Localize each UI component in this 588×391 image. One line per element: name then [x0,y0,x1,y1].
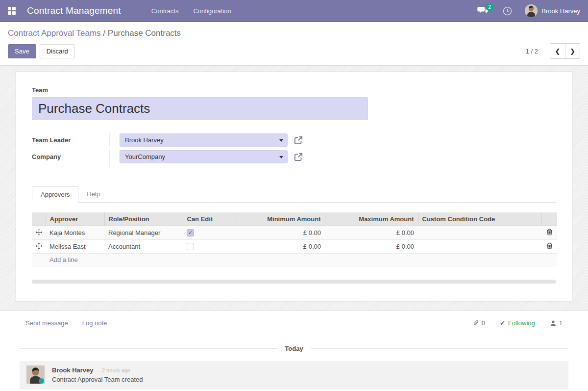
add-line-row: Add a line [32,254,557,266]
role-column-header[interactable]: Role/Position [104,212,183,226]
breadcrumb: Contract Approval Teams / Purchase Contr… [0,22,588,38]
followers-count: 1 [559,319,563,327]
can-edit-cell: ✓ [183,226,237,240]
team-name-input[interactable] [32,97,368,120]
breadcrumb-parent-link[interactable]: Contract Approval Teams [8,28,101,38]
team-leader-external-link-icon[interactable] [294,136,303,145]
form-field-group: Team Leader Brook Harvey Company YourCom… [32,133,556,167]
user-avatar [525,4,538,17]
chatter-message: Brook Harvey - 2 hours ago Contract Appr… [20,361,568,389]
chatter-right-controls: 0 ✔ Following 1 [473,319,563,327]
pager-previous-button[interactable]: ❮ [550,44,565,58]
messages-icon[interactable]: 2 [477,6,489,15]
discard-button[interactable]: Discard [40,44,75,58]
horizontal-scrollbar[interactable] [32,280,556,284]
menu-configuration[interactable]: Configuration [193,7,231,15]
add-a-line-link[interactable]: Add a line [49,256,78,263]
user-menu[interactable]: Brook Harvey [525,4,580,17]
team-leader-select[interactable]: Brook Harvey [120,133,288,147]
date-divider-label: Today [285,345,303,352]
condition-code-cell[interactable] [418,240,541,254]
team-field-label: Team [32,86,556,94]
messages-count-badge: 2 [486,3,493,11]
condition-code-cell[interactable] [418,226,541,240]
condition-code-column-header[interactable]: Custom Condition Code [418,212,541,226]
breadcrumb-separator: / [101,28,108,38]
control-panel: Contract Approval Teams / Purchase Contr… [0,22,588,66]
approver-cell[interactable]: Kaja Montes [46,226,104,240]
following-button[interactable]: ✔ Following [500,319,535,327]
attachments-button[interactable]: 0 [473,319,485,327]
form-background: Team Team Leader Brook Harvey Company [0,66,588,311]
message-content: Brook Harvey - 2 hours ago Contract Appr… [52,365,143,383]
min-amount-cell[interactable]: £ 0.00 [237,226,325,240]
attachments-count: 0 [482,319,485,327]
user-name: Brook Harvey [541,7,580,15]
apps-menu-icon[interactable] [8,7,16,15]
followers-button[interactable]: 1 [550,319,563,327]
tab-help[interactable]: Help [78,186,108,203]
drag-handle-icon[interactable] [32,226,46,240]
min-amount-column-header[interactable]: Minimum Amount [237,212,325,226]
min-amount-cell[interactable]: £ 0.00 [237,240,325,254]
company-select[interactable]: YourCompany [120,150,288,163]
approver-cell[interactable]: Melissa East [46,240,104,254]
menu-contracts[interactable]: Contracts [151,7,179,15]
delete-row-cell [541,226,557,240]
app-title: Contract Management [27,5,121,16]
paperclip-icon [473,319,480,327]
save-button[interactable]: Save [8,44,36,58]
divider-line [311,348,568,349]
send-message-button[interactable]: Send message [25,319,68,327]
table-row[interactable]: Melissa East Accountant ✓ £ 0.00 £ 0.00 [32,240,557,254]
table-row[interactable]: Kaja Montes Regional Manager ✓ £ 0.00 £ … [32,226,557,240]
delete-row-cell [541,240,557,254]
trash-icon[interactable] [546,229,553,235]
can-edit-column-header[interactable]: Can Edit [183,212,237,226]
handle-column-header [32,212,46,226]
team-leader-value: Brook Harvey [125,136,164,144]
max-amount-column-header[interactable]: Maximum Amount [325,212,418,226]
notebook-tabs: Approvers Help [32,186,556,203]
log-note-button[interactable]: Log note [82,319,107,327]
pager: 1 / 2 ❮ ❯ [526,43,580,59]
can-edit-checkbox[interactable]: ✓ [187,243,194,250]
chevron-down-icon [279,139,283,142]
company-external-link-icon[interactable] [294,153,303,161]
add-line-cell: Add a line [46,254,557,266]
delete-column-header [541,212,557,226]
breadcrumb-current: Purchase Contracts [108,28,181,38]
company-control: YourCompany [109,150,315,167]
pager-count: 1 / 2 [526,48,538,55]
drag-handle-icon[interactable] [32,240,46,254]
approvers-table: Approver Role/Position Can Edit Minimum … [32,212,557,266]
add-line-handle-spacer [32,254,46,266]
chatter: Send message Log note 0 ✔ Following 1 [0,311,588,389]
role-cell[interactable]: Accountant [104,240,183,254]
chevron-down-icon [279,156,283,158]
max-amount-cell[interactable]: £ 0.00 [325,240,418,254]
company-value: YourCompany [125,153,165,160]
team-leader-label: Team Leader [32,133,109,147]
trash-icon[interactable] [546,242,553,249]
can-edit-checkbox[interactable]: ✓ [187,229,194,236]
activities-clock-icon[interactable] [503,6,512,16]
can-edit-cell: ✓ [183,240,237,254]
top-bar: Contract Management Contracts Configurat… [0,0,588,22]
company-label: Company [32,150,109,167]
chatter-toolbar: Send message Log note 0 ✔ Following 1 [20,311,568,327]
message-author-name[interactable]: Brook Harvey [52,366,94,374]
following-label: Following [508,319,535,327]
divider-line [20,348,277,349]
approver-column-header[interactable]: Approver [46,212,104,226]
date-divider: Today [20,345,568,352]
message-body: Contract Approval Team created [52,376,143,383]
pager-next-button[interactable]: ❯ [565,44,580,58]
max-amount-cell[interactable]: £ 0.00 [325,226,418,240]
form-sheet: Team Team Leader Brook Harvey Company [16,72,572,301]
message-timestamp: - 2 hours ago [98,367,130,373]
tab-approvers[interactable]: Approvers [32,186,78,203]
role-cell[interactable]: Regional Manager [104,226,183,240]
approvers-table-header: Approver Role/Position Can Edit Minimum … [32,212,557,226]
team-leader-control: Brook Harvey [109,133,315,147]
